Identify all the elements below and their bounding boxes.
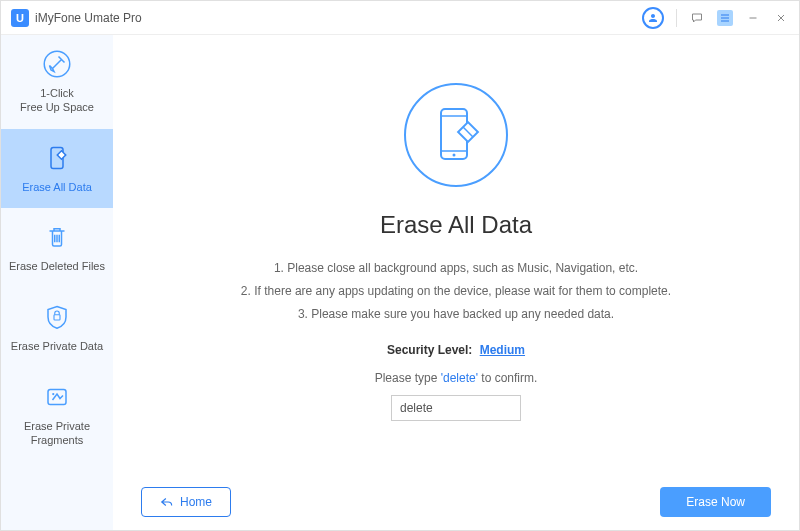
menu-button[interactable] xyxy=(717,10,733,26)
app-logo: U xyxy=(11,9,29,27)
svg-rect-2 xyxy=(57,150,65,158)
confirm-input[interactable] xyxy=(391,395,521,421)
broom-icon xyxy=(40,47,74,81)
titlebar-right xyxy=(642,7,789,29)
sidebar: 1-Click Free Up Space Erase All Data Era… xyxy=(1,35,113,530)
shield-lock-icon xyxy=(40,300,74,334)
confirm-instruction: Please type 'delete' to confirm. xyxy=(375,371,538,385)
body: 1-Click Free Up Space Erase All Data Era… xyxy=(1,35,799,530)
instruction-line: 1. Please close all background apps, suc… xyxy=(274,257,638,280)
titlebar: U iMyFone Umate Pro xyxy=(1,1,799,35)
erase-now-label: Erase Now xyxy=(686,495,745,509)
main-panel: Erase All Data 1. Please close all backg… xyxy=(113,35,799,530)
sidebar-item-label: Erase Private Data xyxy=(11,340,103,354)
footer: Home Erase Now xyxy=(137,474,775,530)
hero-circle xyxy=(404,83,508,187)
sidebar-item-erase-fragments[interactable]: Erase Private Fragments xyxy=(1,368,113,462)
security-level-link[interactable]: Medium xyxy=(480,343,525,357)
page-title: Erase All Data xyxy=(380,211,532,239)
chat-icon xyxy=(691,12,703,24)
security-level-row: Security Level: Medium xyxy=(387,343,525,357)
instruction-line: 2. If there are any apps updating on the… xyxy=(241,280,671,303)
security-level-label: Security Level: xyxy=(387,343,472,357)
menu-icon xyxy=(719,12,731,24)
minimize-icon xyxy=(747,12,759,24)
content: Erase All Data 1. Please close all backg… xyxy=(137,35,775,474)
phone-erase-icon xyxy=(40,141,74,175)
sidebar-item-erase-all[interactable]: Erase All Data xyxy=(1,129,113,209)
back-arrow-icon xyxy=(160,496,174,508)
svg-point-5 xyxy=(52,393,54,395)
divider xyxy=(676,9,677,27)
app-fragments-icon xyxy=(40,380,74,414)
sidebar-item-freeup[interactable]: 1-Click Free Up Space xyxy=(1,35,113,129)
sidebar-item-erase-deleted[interactable]: Erase Deleted Files xyxy=(1,208,113,288)
trash-icon xyxy=(40,220,74,254)
home-button-label: Home xyxy=(180,495,212,509)
user-icon xyxy=(647,12,659,24)
close-icon xyxy=(775,12,787,24)
sidebar-item-erase-private[interactable]: Erase Private Data xyxy=(1,288,113,368)
sidebar-item-label: 1-Click Free Up Space xyxy=(20,87,94,115)
erase-now-button[interactable]: Erase Now xyxy=(660,487,771,517)
close-button[interactable] xyxy=(773,10,789,26)
instruction-line: 3. Please make sure you have backed up a… xyxy=(298,303,614,326)
sidebar-item-label: Erase Private Fragments xyxy=(24,420,90,448)
confirm-keyword: 'delete' xyxy=(441,371,478,385)
feedback-button[interactable] xyxy=(689,10,705,26)
sidebar-item-label: Erase Deleted Files xyxy=(9,260,105,274)
svg-point-9 xyxy=(453,154,456,157)
minimize-button[interactable] xyxy=(745,10,761,26)
sidebar-item-label: Erase All Data xyxy=(22,181,92,195)
confirm-suffix: to confirm. xyxy=(481,371,537,385)
phone-erase-hero-icon xyxy=(431,105,481,165)
confirm-prefix: Please type xyxy=(375,371,438,385)
app-window: U iMyFone Umate Pro xyxy=(0,0,800,531)
app-title: iMyFone Umate Pro xyxy=(35,11,142,25)
titlebar-left: U iMyFone Umate Pro xyxy=(11,9,142,27)
home-button[interactable]: Home xyxy=(141,487,231,517)
account-avatar[interactable] xyxy=(642,7,664,29)
svg-rect-3 xyxy=(54,315,60,320)
svg-rect-4 xyxy=(48,389,66,404)
